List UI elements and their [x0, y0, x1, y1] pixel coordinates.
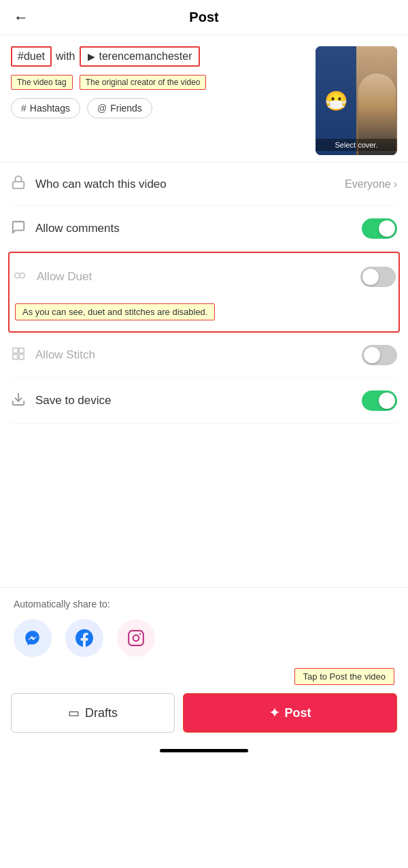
drafts-button[interactable]: ▭ Drafts: [11, 693, 175, 733]
back-button[interactable]: ←: [14, 9, 29, 27]
toggle-knob-save: [379, 393, 395, 409]
video-thumbnail[interactable]: 😷 Select cover.: [316, 46, 397, 155]
svg-rect-6: [19, 354, 24, 358]
svg-rect-3: [13, 348, 18, 352]
svg-rect-4: [19, 348, 24, 352]
allow-duet-toggle[interactable]: [360, 267, 396, 287]
allow-comments-toggle[interactable]: [362, 218, 397, 239]
duet-annotation-wrapper: As you can see, duet and stitches are di…: [12, 299, 396, 330]
allow-stitch-label: Allow Stitch: [35, 348, 362, 362]
allow-duet-row: Allow Duet: [12, 254, 396, 299]
at-icon: @: [97, 103, 107, 114]
drafts-icon: ▭: [68, 705, 80, 720]
comment-icon: [11, 220, 35, 238]
post-label: Post: [285, 706, 311, 720]
share-label: Automatically share to:: [14, 599, 394, 610]
save-icon: [11, 392, 35, 410]
toggle-knob: [379, 220, 395, 237]
post-annotation: Tap to Post the video: [294, 668, 394, 685]
caption-input-row: #duet with ▶ terencemanchester: [11, 46, 309, 67]
post-sparkle-icon: ✦: [269, 705, 279, 720]
duet-annotation: As you can see, duet and stitches are di…: [15, 303, 215, 320]
hashtag-icon: #: [21, 103, 27, 114]
play-icon: ▶: [88, 51, 95, 62]
bottom-spacer: [0, 424, 408, 587]
svg-point-1: [15, 273, 20, 278]
friends-label: Friends: [110, 103, 142, 114]
toggle-knob-duet: [362, 269, 379, 285]
friends-button[interactable]: @ Friends: [87, 98, 152, 118]
save-to-device-label: Save to device: [35, 394, 362, 407]
home-bar: [0, 744, 408, 755]
stitch-icon: [11, 346, 35, 365]
post-button[interactable]: ✦ Post: [183, 693, 397, 733]
toggle-knob-stitch: [364, 347, 380, 363]
video-tag-annotation: The video tag: [11, 75, 73, 90]
creator-box[interactable]: ▶ terencemanchester: [80, 46, 201, 67]
duet-icon: [12, 268, 37, 286]
svg-rect-0: [13, 182, 24, 188]
svg-point-2: [20, 273, 24, 278]
tag-buttons: # Hashtags @ Friends: [11, 98, 309, 118]
allow-stitch-toggle[interactable]: [362, 345, 397, 365]
messenger-icon[interactable]: [14, 619, 52, 657]
drafts-label: Drafts: [85, 706, 118, 720]
svg-rect-8: [129, 631, 143, 646]
allow-duet-label: Allow Duet: [37, 270, 360, 284]
video-tag[interactable]: #duet: [11, 46, 52, 67]
svg-point-10: [139, 633, 141, 635]
page-title: Post: [189, 10, 218, 25]
allow-stitch-row: Allow Stitch: [11, 333, 397, 378]
share-section: Automatically share to:: [0, 587, 408, 664]
allow-comments-row: Allow comments: [11, 206, 397, 252]
who-can-watch-row[interactable]: Who can watch this video Everyone ›: [11, 163, 397, 206]
with-text: with: [56, 50, 75, 63]
top-section: #duet with ▶ terencemanchester The video…: [0, 35, 408, 162]
select-cover-label[interactable]: Select cover.: [316, 139, 397, 151]
creator-name: terencemanchester: [99, 50, 192, 63]
instagram-icon[interactable]: [117, 619, 155, 657]
svg-point-9: [133, 635, 139, 641]
mask-icon: 😷: [324, 90, 348, 112]
facebook-icon[interactable]: [65, 619, 103, 657]
bottom-buttons: ▭ Drafts ✦ Post: [0, 686, 408, 744]
home-bar-line: [160, 749, 248, 752]
allow-duet-section: Allow Duet As you can see, duet and stit…: [8, 252, 400, 333]
header: ← Post: [0, 0, 408, 35]
who-can-watch-label: Who can watch this video: [35, 178, 345, 191]
share-icons: [14, 619, 394, 657]
hashtags-label: Hashtags: [30, 103, 70, 114]
who-can-watch-value: Everyone: [345, 178, 391, 190]
creator-annotation: The original creator of the video: [80, 75, 207, 90]
chevron-right-icon: ›: [394, 178, 397, 190]
hashtags-button[interactable]: # Hashtags: [11, 98, 80, 118]
save-to-device-toggle[interactable]: [362, 390, 397, 411]
svg-rect-5: [13, 354, 18, 358]
lock-icon: [11, 175, 35, 193]
save-to-device-row: Save to device: [11, 378, 397, 424]
caption-area: #duet with ▶ terencemanchester The video…: [11, 46, 309, 118]
post-annotation-wrapper: Tap to Post the video: [0, 668, 408, 685]
settings-section: Who can watch this video Everyone › Allo…: [0, 163, 408, 424]
allow-comments-label: Allow comments: [35, 222, 362, 235]
